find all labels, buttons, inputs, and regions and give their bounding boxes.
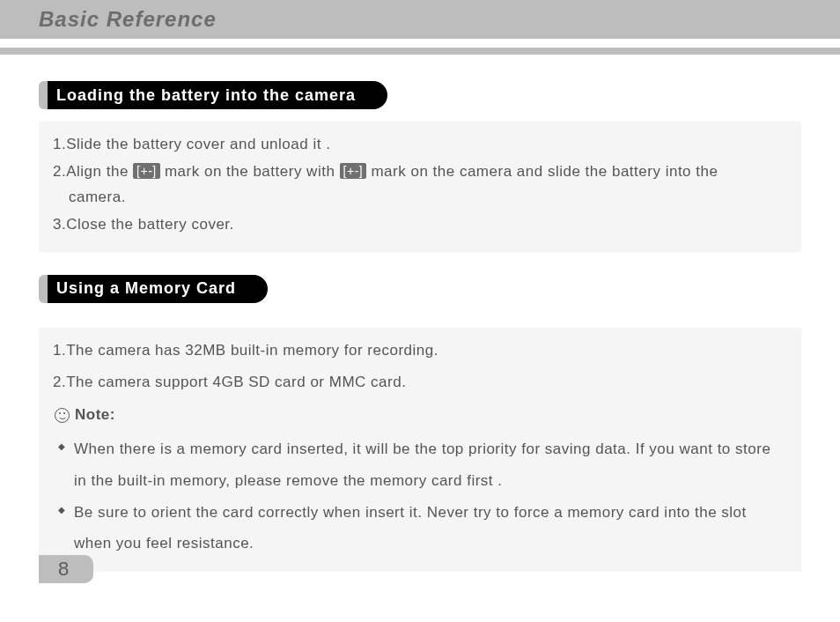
step-number: 1. <box>53 342 66 359</box>
note-bullet-1: When there is a memory card inserted, it… <box>56 433 787 496</box>
header-divider <box>0 48 840 55</box>
step-number: 2. <box>53 374 66 390</box>
note-label: Note: <box>75 403 115 428</box>
smiley-icon <box>55 408 70 423</box>
step-number: 1. <box>53 136 66 152</box>
page-header-title: Basic Reference <box>39 7 217 32</box>
memory-step-2: 2.The camera support 4GB SD card or MMC … <box>53 370 787 396</box>
step-text-b: mark on the battery with <box>160 163 340 180</box>
step-number: 2. <box>53 163 66 180</box>
battery-step-3: 3.Close the battery cover. <box>53 212 787 238</box>
polarity-badge: [+-] <box>340 163 367 179</box>
step-text: Close the battery cover. <box>66 216 234 233</box>
header-band: Basic Reference <box>0 0 840 39</box>
memory-step-1: 1.The camera has 32MB built-in memory fo… <box>53 338 787 364</box>
section-body-battery: 1.Slide the battery cover and unload it … <box>39 122 801 252</box>
step-text: The camera has 32MB built-in memory for … <box>66 342 438 359</box>
heading-text: Loading the battery into the camera <box>48 81 387 109</box>
step-text-cont: camera. <box>53 185 787 211</box>
step-text-c: mark on the camera and slide the battery… <box>366 163 718 180</box>
heading-accent <box>39 81 48 109</box>
step-text: The camera support 4GB SD card or MMC ca… <box>66 374 406 390</box>
battery-step-2: 2.Align the [+-] mark on the battery wit… <box>53 159 787 211</box>
heading-text: Using a Memory Card <box>48 275 268 303</box>
page-number: 8 <box>39 555 93 583</box>
battery-step-1: 1.Slide the battery cover and unload it … <box>53 132 787 158</box>
section-body-memory: 1.The camera has 32MB built-in memory fo… <box>39 328 801 572</box>
note-line: Note: <box>55 403 787 428</box>
step-text-a: Align the <box>66 163 133 180</box>
section-heading-memory: Using a Memory Card <box>39 275 268 303</box>
step-number: 3. <box>53 216 66 233</box>
section-heading-battery: Loading the battery into the camera <box>39 81 387 109</box>
note-bullets: When there is a memory card inserted, it… <box>53 433 787 559</box>
page-content: Loading the battery into the camera 1.Sl… <box>0 55 840 572</box>
heading-accent <box>39 275 48 303</box>
note-bullet-2: Be sure to orient the card correctly whe… <box>56 497 787 559</box>
step-text: Slide the battery cover and unload it . <box>66 136 330 152</box>
polarity-badge: [+-] <box>133 163 160 179</box>
